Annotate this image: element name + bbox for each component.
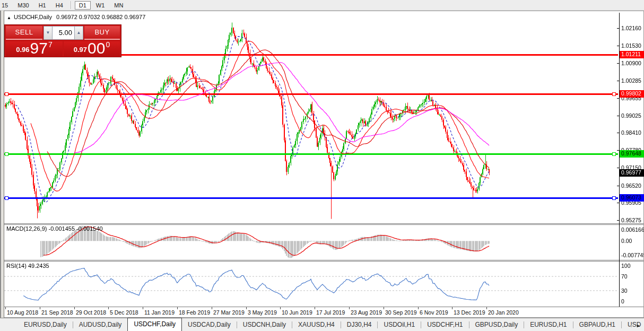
volume-down-icon[interactable]: ▼ xyxy=(43,26,53,40)
price-axis-label: 0.98410 xyxy=(621,129,641,136)
sell-price-display[interactable]: 0.96977 xyxy=(6,41,63,56)
timeframe-mn[interactable]: MN xyxy=(110,1,127,10)
date-tick xyxy=(40,307,40,309)
chart-title: ▲USDCHF,Daily0.96972 0.97032 0.96882 0.9… xyxy=(7,14,145,20)
chart-tab-dj30-h4[interactable]: DJ30,H4 xyxy=(341,319,378,331)
date-tick xyxy=(5,307,6,309)
tab-scroll-left-icon[interactable]: ◄ xyxy=(628,323,634,328)
sell-price-prefix: 0.96 xyxy=(16,46,29,54)
macd-indicator-label: MACD(12,26,9) -0.001455 -0.001540 xyxy=(6,225,103,232)
date-tick xyxy=(349,307,350,309)
chart-tab-usdchf-h1[interactable]: USDCHF,H1 xyxy=(421,319,468,331)
hline-price-tag: 1.01211 xyxy=(620,51,644,58)
pane-splitter-rsi[interactable] xyxy=(4,260,643,262)
date-tick xyxy=(108,307,109,309)
timeframe-m30[interactable]: M30 xyxy=(13,1,33,10)
price-axis-label: 1.00900 xyxy=(621,60,641,66)
date-tick xyxy=(486,307,487,309)
date-tick xyxy=(212,307,212,309)
date-tick xyxy=(74,307,75,309)
hline-price-tag: 0.96073 xyxy=(620,194,644,202)
date-axis[interactable]: 10 Aug 201821 Sep 201829 Oct 20185 Dec 2… xyxy=(4,307,643,317)
chart-tab-gbpusd-daily[interactable]: GBPUSD,Daily xyxy=(469,319,524,331)
macd-axis-label: -0.007745 xyxy=(621,252,644,258)
date-label: 11 Jan 2019 xyxy=(144,309,175,316)
chart-tab-usdoil-h1[interactable]: USDOil,H1 xyxy=(378,319,421,331)
buy-price-display[interactable]: 0.97000 xyxy=(64,41,120,56)
rsi-axis-label: 30 xyxy=(621,288,628,294)
price-axis-tick xyxy=(617,116,620,116)
current-price-tag: 0.96977 xyxy=(620,169,644,177)
price-axis-label: 0.95275 xyxy=(621,217,641,223)
rsi-axis-label: 100 xyxy=(621,263,631,269)
price-axis-label: 1.02160 xyxy=(621,25,641,31)
chart-tab-usdcad-daily[interactable]: USDCAD,Daily xyxy=(182,319,237,331)
buy-price-sup: 0 xyxy=(106,40,110,49)
collapse-triangle-icon[interactable]: ▲ xyxy=(7,15,11,20)
one-click-trade-panel: SELL ▼ 5.00 ▲ BUY 0.96977 0.97000 xyxy=(4,24,121,57)
volume-spinner: ▼ 5.00 ▲ xyxy=(43,26,83,40)
price-axis-tick xyxy=(617,220,620,221)
price-axis-label: 1.01530 xyxy=(621,42,641,49)
price-axis-tick xyxy=(617,63,620,64)
date-label: 30 Sep 2019 xyxy=(385,309,417,316)
date-label: 6 Nov 2019 xyxy=(420,309,448,316)
date-label: 10 Aug 2018 xyxy=(7,309,38,316)
hline-price-tag: 0.99802 xyxy=(620,90,644,98)
price-axis-tick xyxy=(617,186,620,186)
date-tick xyxy=(452,307,452,309)
price-axis-tick xyxy=(617,46,620,46)
timeframe-toolbar: 15M30H1H4D1W1MN xyxy=(0,0,644,11)
chart-ohlc-values: 0.96972 0.97032 0.96882 0.96977 xyxy=(56,14,145,20)
tab-scroll-right-icon[interactable]: ► xyxy=(634,323,642,328)
date-label: 20 Jan 2020 xyxy=(488,309,519,316)
date-label: 17 Jul 2019 xyxy=(316,309,345,316)
chart-tab-usdchf-daily[interactable]: USDCHF,Daily xyxy=(127,318,182,331)
volume-field[interactable]: 5.00 xyxy=(53,26,74,40)
date-tick xyxy=(384,307,384,309)
price-axis-label: 0.96520 xyxy=(621,182,641,189)
timeframe-d1[interactable]: D1 xyxy=(75,1,91,10)
sell-price-sup: 7 xyxy=(48,40,53,49)
price-axis-tick xyxy=(617,203,620,203)
date-tick xyxy=(315,307,315,309)
date-tick xyxy=(280,307,281,309)
pane-splitter-macd[interactable] xyxy=(4,223,643,225)
buy-price-big: 00 xyxy=(88,41,105,55)
price-axis-label: 1.00285 xyxy=(621,77,641,84)
chart-tab-eurusd-daily[interactable]: EURUSD,Daily xyxy=(18,319,73,331)
chart-tab-bar: EURUSD,DailyAUDUSD,DailyUSDCHF,DailyUSDC… xyxy=(0,318,644,331)
timeframe-15[interactable]: 15 xyxy=(0,1,12,10)
date-label: 3 May 2019 xyxy=(248,309,277,316)
rsi-pane-canvas[interactable] xyxy=(4,262,618,306)
price-axis-label: 0.99025 xyxy=(621,112,641,119)
price-axis-tick xyxy=(617,133,620,133)
buy-button[interactable]: BUY xyxy=(84,26,120,40)
date-label: 29 Oct 2018 xyxy=(76,309,106,316)
buy-price-prefix: 0.97 xyxy=(74,46,87,54)
timeframe-h4[interactable]: H4 xyxy=(51,1,67,10)
rsi-axis-label: 70 xyxy=(621,273,628,280)
sell-button[interactable]: SELL xyxy=(6,26,42,40)
date-tick xyxy=(246,307,247,309)
macd-axis-label: 0.00 xyxy=(621,238,632,244)
date-tick xyxy=(418,307,419,309)
chart-tab-xauusd-h4[interactable]: XAUUSD,H4 xyxy=(292,319,341,331)
timeframe-h1[interactable]: H1 xyxy=(34,1,50,10)
date-label: 13 Dec 2019 xyxy=(454,309,485,316)
date-label: 27 Mar 2019 xyxy=(213,309,245,316)
chart-tab-usdcnh-daily[interactable]: USDCNH,Daily xyxy=(237,319,292,331)
date-label: 23 Aug 2019 xyxy=(351,309,382,316)
chart-tab-gbpaud-h1[interactable]: GBPAUD,H1 xyxy=(573,319,621,331)
date-tick xyxy=(177,307,178,309)
chart-tab-audusd-daily[interactable]: AUDUSD,Daily xyxy=(73,319,128,331)
macd-axis-label: 0.006166 xyxy=(621,227,644,233)
volume-up-icon[interactable]: ▲ xyxy=(74,26,83,40)
date-label: 10 Jun 2019 xyxy=(282,309,312,316)
rsi-axis-label: 0 xyxy=(621,298,624,304)
timeframe-w1[interactable]: W1 xyxy=(92,1,109,10)
chart-tab-eurusd-h1[interactable]: EURUSD,H1 xyxy=(524,319,572,331)
price-axis-tick xyxy=(617,81,620,81)
date-label: 21 Sep 2018 xyxy=(41,309,73,316)
price-axis-tick xyxy=(617,168,620,168)
